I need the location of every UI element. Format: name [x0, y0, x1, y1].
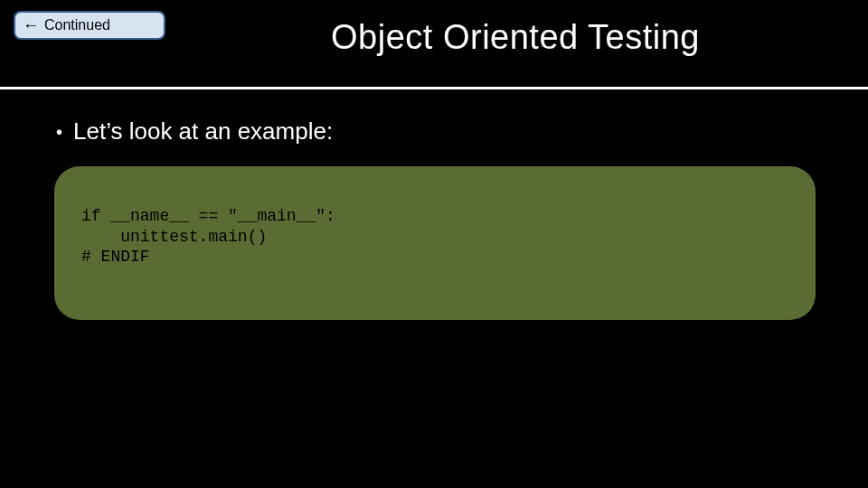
code-content: if __name__ == "__main__": unittest.main…	[81, 206, 788, 267]
bullet-line: • Let’s look at an example:	[56, 117, 333, 145]
code-block: if __name__ == "__main__": unittest.main…	[54, 166, 816, 320]
bullet-marker: •	[56, 123, 62, 141]
title-underline	[0, 87, 868, 89]
arrow-left-icon: ←	[23, 16, 39, 35]
slide-title: Object Oriented Testing	[217, 18, 814, 57]
continued-label: Continued	[44, 17, 110, 33]
bullet-text: Let’s look at an example:	[73, 117, 333, 145]
slide-title-area: Object Oriented Testing	[217, 18, 814, 57]
continued-badge: ← Continued	[14, 11, 165, 40]
